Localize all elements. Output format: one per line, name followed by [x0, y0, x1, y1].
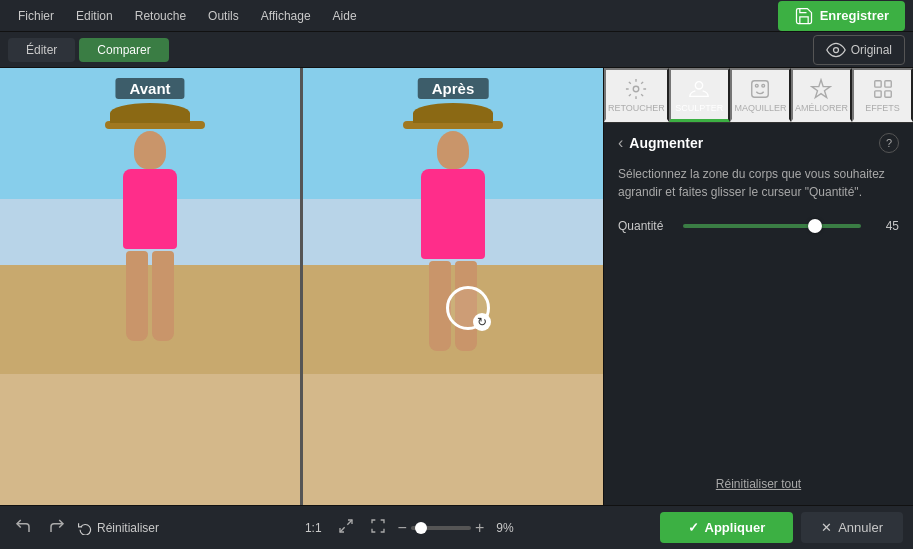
- tab-comparer[interactable]: Comparer: [79, 38, 168, 62]
- fit-button[interactable]: [334, 514, 358, 542]
- torso-before: [123, 169, 177, 249]
- tab-editer[interactable]: Éditer: [8, 38, 75, 62]
- panel-title: Augmenter: [629, 135, 873, 151]
- tool-cursor: [446, 286, 490, 330]
- menu-fichier[interactable]: Fichier: [8, 5, 64, 27]
- apply-button[interactable]: ✓ Appliquer: [660, 512, 794, 543]
- quantite-label: Quantité: [618, 219, 673, 233]
- person-body-before: [105, 103, 195, 341]
- reinitialiser-icon: [78, 521, 92, 535]
- undo-icon: [14, 517, 32, 535]
- original-label: Original: [851, 43, 892, 57]
- x-icon: ✕: [821, 520, 832, 535]
- instruction-text: Sélectionnez la zone du corps que vous s…: [618, 165, 899, 201]
- back-button[interactable]: ‹: [618, 134, 623, 152]
- person-before: [105, 103, 195, 341]
- after-panel: Après: [303, 68, 603, 505]
- leg-right-before: [152, 251, 174, 341]
- tool-effets[interactable]: EFFETS: [852, 68, 913, 122]
- eye-icon: [826, 40, 846, 60]
- torso-after: [421, 169, 485, 259]
- cancel-button[interactable]: ✕ Annuler: [801, 512, 903, 543]
- tool-maquiller[interactable]: MAQUILLER: [730, 68, 791, 122]
- fit-icon: [338, 518, 354, 534]
- reinitialiser-tout-link[interactable]: Réinitialiser tout: [716, 477, 801, 491]
- redo-icon: [48, 517, 66, 535]
- svg-line-10: [347, 520, 352, 525]
- menu-bar: Fichier Edition Retouche Outils Affichag…: [0, 0, 913, 32]
- tool-ameliorer[interactable]: AMÉLIORER: [791, 68, 852, 122]
- save-icon: [794, 6, 814, 26]
- checkmark-icon: ✓: [688, 520, 699, 535]
- menu-affichage[interactable]: Affichage: [251, 5, 321, 27]
- effets-label: EFFETS: [865, 103, 900, 113]
- zoom-in-button[interactable]: +: [475, 519, 484, 537]
- menu-edition[interactable]: Edition: [66, 5, 123, 27]
- legs-before: [126, 251, 174, 341]
- before-panel: Avant: [0, 68, 300, 505]
- svg-point-2: [696, 82, 703, 89]
- panel-header: ‹ Augmenter ?: [618, 133, 899, 153]
- maquiller-label: MAQUILLER: [734, 103, 786, 113]
- help-button[interactable]: ?: [879, 133, 899, 153]
- zoom-percent: 9%: [496, 521, 513, 535]
- after-label: Après: [418, 78, 489, 99]
- quantite-thumb[interactable]: [808, 219, 822, 233]
- redo-button[interactable]: [44, 513, 70, 543]
- before-image: [0, 68, 300, 505]
- svg-point-0: [833, 47, 838, 52]
- svg-point-1: [634, 86, 640, 92]
- hat-before: [110, 103, 190, 123]
- cancel-label: Annuler: [838, 520, 883, 535]
- original-button[interactable]: Original: [813, 35, 905, 65]
- svg-rect-8: [874, 91, 880, 97]
- svg-rect-3: [752, 81, 769, 98]
- undo-button[interactable]: [10, 513, 36, 543]
- fullscreen-icon: [370, 518, 386, 534]
- retoucher-label: RETOUCHER: [608, 103, 665, 113]
- maquiller-icon: [749, 78, 771, 100]
- menu-outils[interactable]: Outils: [198, 5, 249, 27]
- panel-content: ‹ Augmenter ? Sélectionnez la zone du co…: [604, 123, 913, 463]
- apply-label: Appliquer: [705, 520, 766, 535]
- zoom-out-button[interactable]: −: [398, 519, 407, 537]
- sculpter-label: SCULPTER: [675, 103, 723, 113]
- fullscreen-button[interactable]: [366, 514, 390, 542]
- svg-point-5: [762, 84, 765, 87]
- main-area: Avant Après: [0, 68, 913, 505]
- quantite-value: 45: [871, 219, 899, 233]
- right-panel: RETOUCHER SCULPTER MAQUILLER AMÉLIORER E…: [603, 68, 913, 505]
- tool-icons-row: RETOUCHER SCULPTER MAQUILLER AMÉLIORER E…: [604, 68, 913, 123]
- zoom-controls: − +: [398, 519, 485, 537]
- svg-rect-7: [884, 81, 890, 87]
- reinit-section: Réinitialiser tout: [604, 463, 913, 505]
- before-label: Avant: [115, 78, 184, 99]
- after-image: [303, 68, 603, 505]
- ameliorer-label: AMÉLIORER: [795, 103, 848, 113]
- effets-icon: [872, 78, 894, 100]
- quantite-slider-row: Quantité 45: [618, 219, 899, 233]
- menu-aide[interactable]: Aide: [323, 5, 367, 27]
- image-area: Avant Après: [0, 68, 603, 505]
- ameliorer-icon: [810, 78, 832, 100]
- menu-retouche[interactable]: Retouche: [125, 5, 196, 27]
- enregistrer-label: Enregistrer: [820, 8, 889, 23]
- tool-sculpter[interactable]: SCULPTER: [669, 68, 730, 122]
- svg-rect-6: [874, 81, 880, 87]
- zoom-slider[interactable]: [411, 526, 471, 530]
- zoom-ratio: 1:1: [305, 521, 322, 535]
- reinitialiser-button[interactable]: Réinitialiser: [78, 521, 159, 535]
- svg-line-11: [340, 527, 345, 532]
- head-before: [134, 131, 166, 169]
- top-tabs-bar: Éditer Comparer Original: [0, 32, 913, 68]
- retoucher-icon: [625, 78, 647, 100]
- sculpter-icon: [688, 78, 710, 100]
- quantite-slider[interactable]: [683, 224, 861, 228]
- head-after: [437, 131, 469, 169]
- bottom-bar: Réinitialiser 1:1 − + 9% ✓ Appliquer ✕ A…: [0, 505, 913, 549]
- leg-left-before: [126, 251, 148, 341]
- tool-retoucher[interactable]: RETOUCHER: [604, 68, 669, 122]
- hat-after: [413, 103, 493, 123]
- reinitialiser-label: Réinitialiser: [97, 521, 159, 535]
- enregistrer-button[interactable]: Enregistrer: [778, 1, 905, 31]
